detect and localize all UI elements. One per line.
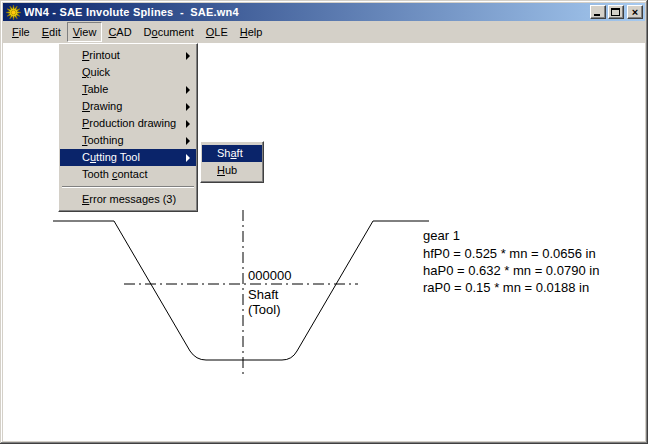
menu-item-toothing[interactable]: Toothing [60, 132, 196, 149]
submenu-arrow-icon [186, 154, 190, 162]
menu-item-error-messages[interactable]: Error messages (3) [60, 191, 196, 208]
menu-item-printout[interactable]: Printout [60, 47, 196, 64]
submenu-arrow-icon [186, 103, 190, 111]
menu-file[interactable]: File [6, 22, 36, 42]
app-icon [6, 5, 21, 20]
tool-label: (Tool) [248, 302, 281, 317]
menu-document[interactable]: Document [138, 22, 200, 42]
param-hfp0: hfP0 = 0.525 * mn = 0.0656 in [423, 246, 596, 261]
menu-item-table[interactable]: Table [60, 81, 196, 98]
param-hap0: haP0 = 0.632 * mn = 0.0790 in [423, 263, 599, 278]
close-icon: × [628, 5, 642, 19]
title-bar[interactable]: WN4 - SAE Involute Splines - SAE.wn4 × [3, 3, 645, 21]
submenu-arrow-icon [186, 120, 190, 128]
shaft-label: Shaft [248, 287, 279, 302]
submenu-arrow-icon [186, 86, 190, 94]
gear-title: gear 1 [423, 228, 460, 243]
menu-item-production-drawing[interactable]: Production drawing [60, 115, 196, 132]
maximize-icon [611, 8, 620, 16]
window-controls: × [590, 5, 643, 19]
submenu-item-shaft[interactable]: Shaft [202, 145, 262, 162]
cutting-tool-submenu: Shaft Hub [200, 141, 264, 183]
window-title: WN4 - SAE Involute Splines - SAE.wn4 [24, 6, 590, 18]
menu-bar: File Edit View CAD Document OLE Help [3, 21, 645, 43]
app-window: WN4 - SAE Involute Splines - SAE.wn4 × F… [0, 0, 648, 444]
param-rap0: raP0 = 0.15 * mn = 0.0188 in [423, 280, 589, 295]
menu-edit[interactable]: Edit [36, 22, 67, 42]
menu-item-cutting-tool[interactable]: Cutting Tool [60, 149, 196, 166]
center-count-label: 000000 [248, 268, 291, 283]
submenu-arrow-icon [186, 137, 190, 145]
menu-separator [62, 186, 194, 188]
minimize-icon [594, 14, 600, 16]
maximize-button[interactable] [608, 5, 624, 19]
minimize-button[interactable] [590, 5, 606, 19]
menu-help[interactable]: Help [234, 22, 269, 42]
menu-item-tooth-contact[interactable]: Tooth contact [60, 166, 196, 183]
close-button[interactable]: × [627, 5, 643, 19]
menu-view[interactable]: View [67, 22, 103, 42]
tooth-profile-path [53, 221, 429, 360]
menu-item-drawing[interactable]: Drawing [60, 98, 196, 115]
menu-ole[interactable]: OLE [200, 22, 234, 42]
menu-item-quick[interactable]: Quick [60, 64, 196, 81]
submenu-arrow-icon [186, 52, 190, 60]
menu-cad[interactable]: CAD [102, 22, 137, 42]
submenu-item-hub[interactable]: Hub [202, 162, 262, 179]
view-menu-dropdown: Printout Quick Table Drawing Production … [58, 43, 198, 212]
